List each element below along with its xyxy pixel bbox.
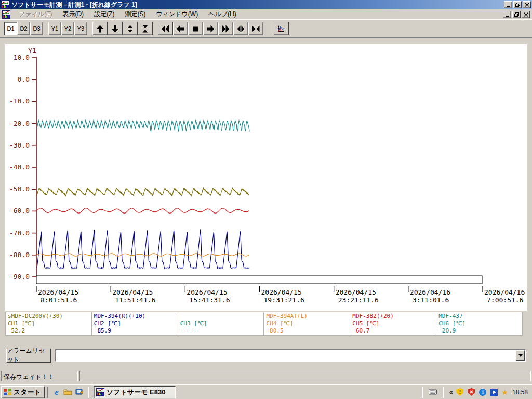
status-bar: 保存ウェイト！！ xyxy=(1,371,531,382)
line-graph-panel[interactable]: 10.00.0-10.0-20.0-30.0-40.0-50.0-60.0-70… xyxy=(5,44,527,311)
alarm-combobox-value[interactable] xyxy=(55,349,526,362)
svg-text:2026/04/16: 2026/04/16 xyxy=(484,288,525,296)
up-arrow-icon xyxy=(96,24,104,33)
channel-cell-ch5: MDF-382(+20)CH5 [℃]-60.7 xyxy=(350,312,436,335)
left-arrow-icon xyxy=(176,24,185,33)
star-icon[interactable]: ★ xyxy=(501,389,508,396)
toolbar-button-left-arrow[interactable] xyxy=(173,22,188,35)
toolbar-button-d3[interactable]: D3 xyxy=(30,22,43,35)
status-message: 保存ウェイト！！ xyxy=(1,371,78,381)
svg-text:2026/04/15: 2026/04/15 xyxy=(112,288,153,296)
child-window-controls xyxy=(503,11,530,18)
toolbar-button-expand-horizontal[interactable] xyxy=(233,22,248,35)
series-ch2 xyxy=(37,229,249,268)
channel-name: MDF-382(+20) xyxy=(352,313,434,320)
toolbar-button-stop[interactable] xyxy=(188,22,203,35)
menu-item-2[interactable]: 表示(D) xyxy=(57,9,89,20)
status-spare xyxy=(79,371,531,381)
app-icon xyxy=(2,10,10,19)
svg-text:-90.0: -90.0 xyxy=(9,273,30,281)
toolbar-button-fast-rewind[interactable] xyxy=(158,22,173,35)
desktop: ソフトサーモ計測－計測1 - [折れ線グラフ 1] ファイル(F)表示(D)設定… xyxy=(0,0,532,399)
internet-explorer-icon[interactable]: e xyxy=(51,387,62,398)
alarm-combobox[interactable] xyxy=(55,349,526,362)
toolbar-button-compress-vertical[interactable] xyxy=(138,22,153,35)
svg-text:-70.0: -70.0 xyxy=(9,229,30,237)
menu-item-6[interactable]: ヘルプ(H) xyxy=(203,9,242,20)
right-arrow-icon xyxy=(206,24,215,33)
task-button-softthermo[interactable]: ソフトサーモ E830 xyxy=(94,386,176,398)
toolbar-button-fast-forward[interactable] xyxy=(218,22,233,35)
svg-text:11:51:41.6: 11:51:41.6 xyxy=(115,296,155,304)
security-warning-icon[interactable]: ! xyxy=(456,388,464,396)
toolbar-button-y2[interactable]: Y2 xyxy=(61,22,74,35)
toolbar-button-y1[interactable]: Y1 xyxy=(48,22,61,35)
restore-button[interactable] xyxy=(513,1,522,8)
channel-unit: CH1 [℃] xyxy=(8,320,89,327)
menu-item-1: ファイル(F) xyxy=(14,9,57,20)
channel-cell-ch1: sMDF-DC200V(+30)CH1 [℃]-52.2 xyxy=(6,312,92,335)
window-title: ソフトサーモ計測－計測1 - [折れ線グラフ 1] xyxy=(11,1,504,9)
menu-item-5[interactable]: ウィンドウ(W) xyxy=(151,9,203,20)
toolbar-button-chart-settings[interactable] xyxy=(274,22,289,35)
expand-horizontal-icon xyxy=(236,24,245,33)
svg-text:2026/04/15: 2026/04/15 xyxy=(38,288,78,296)
taskbar-divider xyxy=(88,387,89,398)
toolbar-button-down-arrow[interactable] xyxy=(108,22,123,35)
toolbar-button-compress-horizontal[interactable] xyxy=(248,22,263,35)
collapse-chevron-icon[interactable]: « xyxy=(449,389,453,396)
toolbar-button-up-arrow[interactable] xyxy=(92,22,108,35)
channel-unit: CH6 [℃] xyxy=(438,320,520,327)
title-bar: ソフトサーモ計測－計測1 - [折れ線グラフ 1] xyxy=(0,0,532,9)
show-desktop-icon[interactable] xyxy=(74,387,85,398)
channel-unit: CH4 [℃] xyxy=(266,320,348,327)
fast-forward-icon xyxy=(221,24,230,33)
svg-text:2026/04/16: 2026/04/16 xyxy=(410,288,450,296)
tray-divider xyxy=(422,387,423,398)
close-button[interactable] xyxy=(523,1,531,8)
start-label: スタート xyxy=(14,388,41,397)
toolbar-button-d1[interactable]: D1 xyxy=(4,22,17,35)
channel-unit: CH3 [℃] xyxy=(180,320,262,327)
svg-text:23:21:11.6: 23:21:11.6 xyxy=(338,296,379,304)
down-arrow-icon xyxy=(111,24,119,33)
child-restore-button[interactable] xyxy=(512,11,521,18)
series-ch6 xyxy=(37,120,249,132)
menu-item-3[interactable]: 設定(Z) xyxy=(89,9,119,20)
info-balloon-icon[interactable]: i xyxy=(478,388,487,396)
taskbar-clock: 18:58 xyxy=(512,389,528,396)
channel-unit: CH5 [℃] xyxy=(352,320,434,327)
channel-cell-ch2: MDF-394(R)(+10)CH2 [℃]-85.9 xyxy=(92,312,178,335)
menu-item-4[interactable]: 測定(S) xyxy=(119,9,151,20)
channel-value: ----- xyxy=(180,327,262,335)
toolbar-button-d2[interactable]: D2 xyxy=(17,22,30,35)
media-player-icon[interactable] xyxy=(490,388,498,396)
security-alert-icon[interactable]: ✕ xyxy=(467,388,475,396)
minimize-button[interactable] xyxy=(504,1,512,8)
channel-name xyxy=(180,313,262,320)
keyboard-icon[interactable] xyxy=(429,388,437,396)
svg-text:-80.0: -80.0 xyxy=(9,251,30,259)
svg-text:2026/04/15: 2026/04/15 xyxy=(261,288,302,296)
svg-text:0.0: 0.0 xyxy=(18,75,30,83)
start-button[interactable]: スタート xyxy=(1,386,45,398)
svg-text:Y1: Y1 xyxy=(28,47,36,55)
svg-text:2026/04/15: 2026/04/15 xyxy=(336,288,376,296)
channel-value: -80.5 xyxy=(266,327,348,335)
svg-text:15:41:31.6: 15:41:31.6 xyxy=(189,296,230,304)
menu-bar: ファイル(F)表示(D)設定(Z)測定(S)ウィンドウ(W)ヘルプ(H) xyxy=(0,9,532,20)
folder-icon[interactable] xyxy=(62,387,74,398)
svg-text:-20.0: -20.0 xyxy=(9,119,30,127)
svg-text:19:31:21.6: 19:31:21.6 xyxy=(264,296,304,304)
alarm-reset-button[interactable]: アラームリセット xyxy=(6,349,51,363)
alarm-row: アラームリセット xyxy=(6,348,526,363)
toolbar-button-y3[interactable]: Y3 xyxy=(74,22,87,35)
child-minimize-button[interactable] xyxy=(503,11,511,18)
toolbar-button-expand-vertical[interactable] xyxy=(123,22,138,35)
toolbar-button-right-arrow[interactable] xyxy=(203,22,218,35)
channel-value: -20.9 xyxy=(438,327,520,335)
combobox-dropdown-button[interactable] xyxy=(516,350,525,361)
child-close-button[interactable] xyxy=(522,11,530,18)
menu-bar-items: ファイル(F)表示(D)設定(Z)測定(S)ウィンドウ(W)ヘルプ(H) xyxy=(14,9,503,20)
document-icon[interactable] xyxy=(2,10,10,19)
